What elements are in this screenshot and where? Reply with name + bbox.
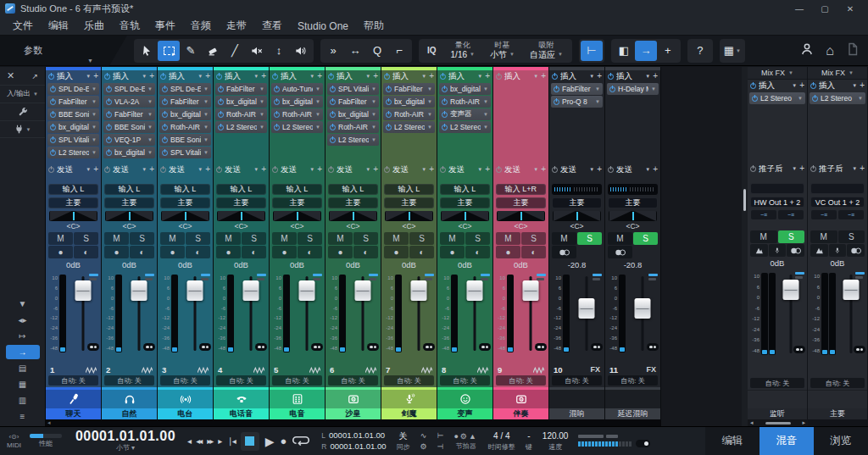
pan-control[interactable] [217, 211, 265, 221]
monitor-button[interactable]: ◐ [521, 246, 546, 258]
mode-cell[interactable]: −≡ [751, 210, 776, 219]
record-arm-button[interactable]: ● [440, 246, 465, 258]
power-icon[interactable] [330, 137, 336, 143]
insert-slot[interactable]: Roth-AIR▼ [271, 108, 323, 120]
input-select[interactable]: 输入 L [384, 184, 434, 195]
channel-name[interactable]: 延迟混响 [605, 408, 660, 419]
punch-icons[interactable]: ⊢ ⊣ [437, 430, 444, 452]
record-arm-button[interactable]: ● [384, 246, 409, 258]
sync-toggle[interactable]: 关 同步 [397, 430, 410, 452]
fader-well[interactable] [234, 275, 267, 352]
add-icon[interactable]: + [860, 164, 865, 173]
channel-name[interactable]: 电台 [158, 408, 213, 419]
monitor-button[interactable]: ◐ [353, 246, 378, 258]
params-panel[interactable]: 参数 ▼ [0, 36, 127, 66]
output-select[interactable]: HW Out 1 + 2 [750, 197, 804, 208]
pencil-tool-button[interactable]: ✎ [180, 41, 202, 61]
insert-slot[interactable]: VEQ-1P▼ [103, 134, 155, 146]
menu-事件[interactable]: 事件 [147, 17, 183, 35]
channel-name[interactable]: 自然 [102, 408, 157, 419]
input-select[interactable]: 输入 L+R [496, 184, 546, 195]
channel-icon-tile[interactable] [605, 390, 660, 408]
stereo-toggle-button[interactable] [608, 246, 632, 258]
insert-slot[interactable]: H-Delay Mon..▼ [607, 83, 659, 95]
insert-slot[interactable]: SPL Vitalizer..▼ [327, 83, 379, 95]
tempo-display[interactable]: 120.00 速度 [542, 430, 569, 452]
crosshair-button[interactable]: + [657, 41, 679, 61]
input-select[interactable]: 输入 L [216, 184, 266, 195]
power-icon[interactable] [162, 150, 168, 156]
automation-mode[interactable]: 自动: 关 [440, 375, 490, 386]
fader-handle[interactable] [522, 280, 538, 301]
mute-button[interactable]: M [48, 232, 73, 245]
mode-cell[interactable]: −≡ [811, 210, 837, 219]
solo-button[interactable]: S [74, 232, 98, 245]
insert-slot[interactable]: Roth-AIR▼ [215, 108, 267, 120]
record-button[interactable]: ● [280, 435, 287, 447]
blank[interactable] [633, 246, 658, 258]
automation-mode[interactable]: 自动: 关 [48, 375, 98, 386]
channel-icon-tile[interactable] [270, 390, 325, 408]
record-arm-button[interactable]: ● [328, 246, 353, 258]
insert-slot[interactable]: FabFilter Pro..▼ [47, 96, 99, 108]
autoscroll-button[interactable]: ⊢ [581, 41, 603, 61]
solo-button[interactable]: S [778, 230, 805, 243]
monitor-button[interactable]: ◐ [74, 246, 98, 258]
power-icon[interactable] [496, 167, 502, 173]
insert-slot[interactable]: Pro-Q 8▼ [551, 96, 603, 108]
power-icon[interactable] [106, 150, 112, 156]
fader-well[interactable] [402, 275, 435, 352]
add-icon[interactable]: + [373, 165, 378, 174]
add-icon[interactable]: + [485, 72, 490, 80]
add-icon[interactable]: + [653, 72, 658, 80]
fader-handle[interactable] [410, 280, 426, 301]
insert-slot[interactable]: SPL De-Ess..▼ [103, 83, 155, 95]
add-icon[interactable]: + [93, 165, 98, 174]
insert-slot[interactable]: L2 Stereo▼ [271, 121, 323, 133]
add-icon[interactable]: + [93, 72, 98, 80]
channel-list-icon[interactable]: ▤ [6, 361, 40, 375]
channel-name[interactable]: 电音 [270, 408, 325, 419]
output-select[interactable]: 主要 [552, 197, 602, 208]
output-select[interactable]: 主要 [104, 197, 154, 208]
output-select[interactable]: 主要 [272, 197, 322, 208]
q-button[interactable]: Q [366, 41, 388, 61]
pan-control[interactable] [441, 211, 489, 221]
power-icon[interactable] [274, 99, 280, 105]
fader-handle[interactable] [298, 280, 314, 301]
power-icon[interactable] [162, 112, 168, 118]
channel-icon-tile[interactable] [549, 390, 604, 408]
pan-control[interactable] [161, 211, 209, 221]
performance-meter[interactable]: 性能 [30, 434, 62, 448]
automation-mode[interactable]: 自动: 关 [384, 375, 434, 386]
power-icon[interactable] [50, 112, 56, 118]
pan-control[interactable] [385, 211, 433, 221]
cursor-tool-button[interactable] [136, 41, 158, 61]
channel-name[interactable]: 剑魔 [381, 408, 437, 419]
help-button[interactable]: ? [689, 41, 711, 61]
mute-button[interactable]: M [750, 230, 777, 243]
power-icon[interactable] [440, 74, 446, 80]
mute-button[interactable]: M [608, 232, 632, 245]
channel-name[interactable]: 聊天 [46, 408, 101, 419]
solo-button[interactable]: S [633, 232, 658, 245]
power-icon[interactable] [160, 74, 166, 80]
automation-mode[interactable]: 自动: 关 [104, 375, 154, 386]
power-icon[interactable] [274, 86, 280, 92]
channel-icon-tile[interactable] [326, 390, 381, 408]
close-console-icon[interactable]: ✕ [7, 70, 14, 81]
fader-handle[interactable] [782, 280, 798, 300]
postfader-sends-header[interactable]: 推子后▼+ [808, 163, 867, 175]
mute-button[interactable]: M [810, 230, 837, 243]
automation-mode[interactable]: 自动: 关 [750, 378, 804, 388]
preroll-icons[interactable]: ∿ ⚙ [420, 430, 427, 452]
add-icon[interactable]: + [373, 72, 378, 80]
monitor-button[interactable]: ◐ [409, 246, 434, 258]
insert-slot[interactable]: bx_digital V3▼ [439, 83, 491, 95]
automation-mode[interactable]: 自动: 关 [216, 375, 266, 386]
add-icon[interactable]: + [653, 165, 658, 174]
power-icon[interactable] [442, 86, 448, 92]
insert-slot[interactable]: FabFilter Pro..▼ [215, 83, 267, 95]
monitor-button[interactable]: ◐ [242, 246, 266, 258]
add-icon[interactable]: + [149, 165, 154, 174]
